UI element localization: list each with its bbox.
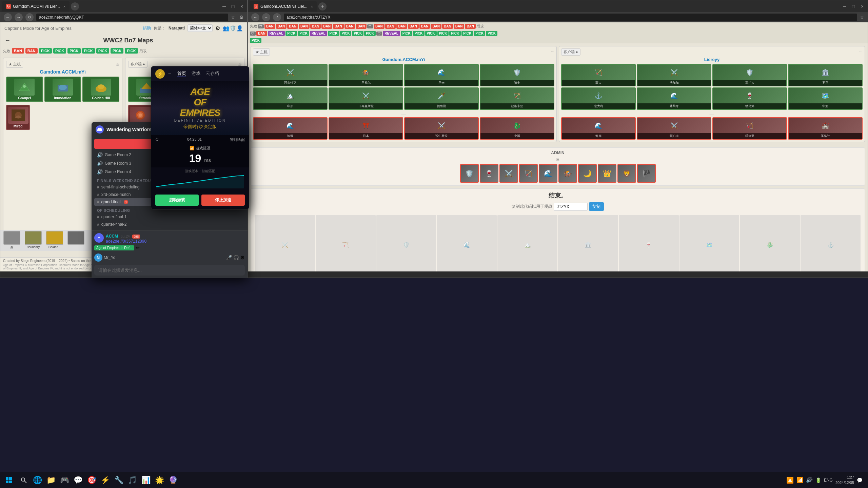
r-right-civ-5[interactable]: ⚓ 意大利 bbox=[561, 87, 636, 110]
chat-edit-icon[interactable]: ✏ bbox=[136, 245, 140, 250]
sel-civ-2[interactable]: 🏹 bbox=[316, 215, 376, 271]
aoe2-stop-btn[interactable]: 停止加速 bbox=[201, 195, 245, 206]
address-input-left[interactable] bbox=[36, 14, 228, 21]
map-card-mired[interactable]: Mired bbox=[6, 105, 30, 130]
left-tab-1-close[interactable]: × bbox=[63, 4, 65, 8]
r-left-civ-6[interactable]: ⚔️ 日耳曼斯拉 bbox=[329, 87, 403, 110]
minimize-btn-left[interactable]: ─ bbox=[220, 3, 228, 10]
bookmark-icon-right[interactable]: ☆ bbox=[860, 15, 864, 20]
result-copy-btn[interactable]: 复制 bbox=[589, 202, 604, 211]
bottom-map-2[interactable]: Boundary bbox=[23, 231, 43, 250]
channel-qf1[interactable]: # quarter-final-1 bbox=[94, 213, 245, 221]
donate-btn[interactable]: 捐助 bbox=[143, 25, 151, 31]
admin-civ-10[interactable]: 🏴 bbox=[637, 164, 656, 183]
search-taskbar-icon[interactable] bbox=[18, 474, 30, 486]
settings-icon-left[interactable]: ⚙ bbox=[239, 15, 244, 20]
sel-civ-8[interactable]: 🗺️ bbox=[679, 215, 739, 271]
r-right-banned-2[interactable]: ⚔️ 顿心血 bbox=[637, 117, 711, 140]
extra-taskbar-icon-4[interactable]: 🌟 bbox=[153, 474, 165, 486]
address-input-right[interactable] bbox=[284, 14, 857, 21]
extra-taskbar-icon-2[interactable]: 🎵 bbox=[126, 474, 138, 486]
settings-icon[interactable]: ⚙ bbox=[215, 25, 220, 32]
close-btn-left[interactable]: × bbox=[238, 3, 245, 10]
bottom-map-3[interactable]: Golden... bbox=[44, 231, 65, 250]
back-btn-right[interactable]: ← bbox=[251, 13, 259, 21]
r-right-civ-7[interactable]: 🍷 勃艮第 bbox=[712, 87, 787, 110]
map-card-graupel[interactable]: Graupel bbox=[6, 77, 43, 102]
mic-icon[interactable]: 🎤 bbox=[226, 255, 232, 260]
aoe2-start-btn[interactable]: 启动游戏 bbox=[155, 195, 199, 206]
r-left-banned-2[interactable]: ⛩️ 日本 bbox=[329, 117, 403, 140]
steam-taskbar-icon[interactable]: 🎯 bbox=[85, 474, 98, 486]
r-left-civ-7[interactable]: 🗡️ 提鲁斯 bbox=[404, 87, 479, 110]
admin-civ-5[interactable]: 🌊 bbox=[539, 164, 557, 183]
channel-qf2[interactable]: # quarter-final-2 bbox=[94, 221, 245, 228]
r-left-civ-5[interactable]: 🏔️ 印加 bbox=[253, 87, 328, 110]
maximize-btn-left[interactable]: □ bbox=[229, 3, 237, 10]
folder-taskbar-icon[interactable]: 📁 bbox=[45, 474, 57, 486]
forward-btn-left[interactable]: → bbox=[15, 13, 23, 21]
sel-civ-9[interactable]: 🐉 bbox=[740, 215, 800, 271]
headphone-icon[interactable]: 🎧 bbox=[233, 255, 239, 260]
r-right-banned-4[interactable]: 🏰 英格兰 bbox=[788, 117, 863, 140]
aoe2-nav-game[interactable]: 游戏 bbox=[192, 70, 200, 77]
r-right-civ-3[interactable]: 🛡️ 高卢人 bbox=[712, 64, 787, 86]
bookmark-icon-left[interactable]: ☆ bbox=[231, 15, 235, 20]
reload-btn-left[interactable]: ↺ bbox=[25, 13, 34, 21]
extra-taskbar-icon-5[interactable]: 🔮 bbox=[167, 474, 179, 486]
sel-civ-1[interactable]: ⚔️ bbox=[255, 215, 315, 271]
aoe-taskbar-icon[interactable]: ⚡ bbox=[99, 474, 111, 486]
minimize-btn-right[interactable]: ─ bbox=[841, 3, 848, 10]
admin-civ-1[interactable]: 🛡️ bbox=[460, 164, 479, 183]
language-select[interactable]: 简体中文 bbox=[188, 24, 213, 32]
admin-civ-3[interactable]: ⚔️ bbox=[499, 164, 518, 183]
maximize-btn-right[interactable]: □ bbox=[850, 3, 857, 10]
r-right-civ-1[interactable]: 🏹 蒙古 bbox=[561, 64, 636, 86]
extra-taskbar-icon-1[interactable]: 🔧 bbox=[113, 474, 125, 486]
aoe2-nav-home[interactable]: 首页 bbox=[177, 70, 186, 77]
r-left-banned-3[interactable]: ⚔️ 说中斯拉 bbox=[404, 117, 479, 140]
admin-civ-8[interactable]: 👑 bbox=[598, 164, 616, 183]
admin-civ-6[interactable]: 🏇 bbox=[558, 164, 577, 183]
left-tab-1[interactable]: G Gamdom.ACCMi vs Lier... × bbox=[2, 1, 70, 12]
browser-taskbar-icon[interactable]: 🌐 bbox=[31, 474, 43, 486]
notification-icon[interactable]: 💬 bbox=[857, 477, 863, 483]
sel-civ-10[interactable]: ⚓ bbox=[801, 215, 861, 271]
bottom-map-4[interactable]: ... bbox=[66, 231, 86, 250]
r-left-civ-4[interactable]: 🛡️ 骑士 bbox=[480, 64, 554, 86]
new-tab-right[interactable]: + bbox=[318, 2, 327, 11]
settings-icon-discord[interactable]: ⚙ bbox=[240, 255, 245, 260]
right-tab-1-close[interactable]: × bbox=[311, 4, 313, 8]
aoe2-nav-cloud[interactable]: 云存档 bbox=[206, 70, 219, 77]
reload-btn-right[interactable]: ↺ bbox=[273, 13, 281, 21]
chat-link-accm[interactable]: aoe2de://0/357112890 bbox=[106, 239, 245, 244]
tray-battery-icon[interactable]: 🔋 bbox=[815, 477, 821, 483]
result-code-input[interactable] bbox=[554, 203, 588, 211]
sel-civ-4[interactable]: 🌊 bbox=[437, 215, 497, 271]
r-right-civ-6[interactable]: 🌊 葡萄牙 bbox=[637, 87, 711, 110]
admin-civ-2[interactable]: 🍷 bbox=[480, 164, 498, 183]
map-card-inundation[interactable]: Inundation bbox=[44, 77, 81, 102]
r-left-civ-3[interactable]: 🌊 马来 bbox=[404, 64, 479, 86]
left-player-toggle[interactable]: 选 bbox=[116, 62, 119, 67]
map-card-goldenhill[interactable]: Golden Hill bbox=[82, 77, 119, 102]
r-left-civ-1[interactable]: ⚔️ 阿兹特克 bbox=[253, 64, 328, 86]
discord-taskbar-icon[interactable]: 💬 bbox=[72, 474, 84, 486]
r-left-banned-4[interactable]: 🐉 中国 bbox=[480, 117, 554, 140]
bottom-map-1[interactable]: 白 bbox=[2, 231, 22, 250]
sel-civ-6[interactable]: 🏛️ bbox=[558, 215, 618, 271]
forward-btn-right[interactable]: → bbox=[262, 13, 270, 21]
tray-icon-1[interactable]: 🔼 bbox=[786, 476, 794, 484]
sel-civ-3[interactable]: 🛡️ bbox=[376, 215, 436, 271]
chat-copy-btn[interactable]: Age of Empires II: Def... bbox=[94, 245, 134, 250]
admin-civ-4[interactable]: 🏹 bbox=[519, 164, 538, 183]
admin-civ-9[interactable]: 🦁 bbox=[617, 164, 636, 183]
r-right-civ-8[interactable]: 🗺️ 中亚 bbox=[788, 87, 863, 110]
admin-civ-7[interactable]: 🌙 bbox=[578, 164, 597, 183]
tray-network-icon[interactable]: 📶 bbox=[796, 477, 803, 483]
r-right-banned-3[interactable]: 🏹 塔来亚 bbox=[712, 117, 787, 140]
r-left-toggle[interactable]: … bbox=[551, 48, 554, 56]
right-tab-1[interactable]: G Gamdom.ACCMi vs Lier... × bbox=[250, 1, 317, 12]
game-taskbar-icon[interactable]: 🎮 bbox=[58, 474, 71, 486]
tray-volume-icon[interactable]: 🔊 bbox=[806, 477, 813, 483]
